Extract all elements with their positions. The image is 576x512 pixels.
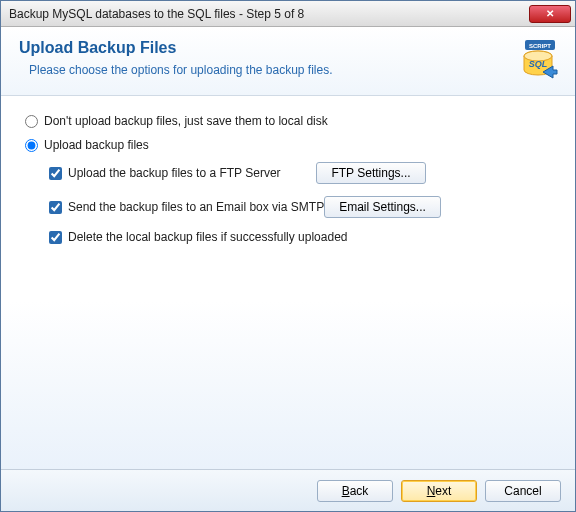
svg-text:SQL: SQL xyxy=(529,59,548,69)
radio-no-upload-input[interactable] xyxy=(25,115,38,128)
ftp-option-row: Upload the backup files to a FTP Server … xyxy=(49,162,557,184)
page-subtitle: Please choose the options for uploading … xyxy=(19,63,509,77)
window-title: Backup MySQL databases to the SQL files … xyxy=(9,7,529,21)
delete-checkbox[interactable] xyxy=(49,231,62,244)
email-settings-button[interactable]: Email Settings... xyxy=(324,196,441,218)
radio-no-upload[interactable]: Don't upload backup files, just save the… xyxy=(25,114,557,128)
delete-checkbox-label: Delete the local backup files if success… xyxy=(68,230,348,244)
ftp-checkbox-label: Upload the backup files to a FTP Server xyxy=(68,166,316,180)
email-checkbox-label: Send the backup files to an Email box vi… xyxy=(68,200,324,214)
page-title: Upload Backup Files xyxy=(19,39,509,57)
close-icon: ✕ xyxy=(546,9,554,19)
radio-no-upload-label: Don't upload backup files, just save the… xyxy=(44,114,328,128)
wizard-footer: Back Next Cancel xyxy=(1,469,575,511)
close-button[interactable]: ✕ xyxy=(529,5,571,23)
cancel-button[interactable]: Cancel xyxy=(485,480,561,502)
header-text-block: Upload Backup Files Please choose the op… xyxy=(19,39,509,77)
next-button[interactable]: Next xyxy=(401,480,477,502)
back-button[interactable]: Back xyxy=(317,480,393,502)
radio-upload-label: Upload backup files xyxy=(44,138,149,152)
ftp-checkbox[interactable] xyxy=(49,167,62,180)
svg-text:SCRIPT: SCRIPT xyxy=(529,43,551,49)
ftp-settings-button[interactable]: FTP Settings... xyxy=(316,162,426,184)
sql-script-icon: SCRIPT SQL xyxy=(517,39,559,81)
radio-upload[interactable]: Upload backup files xyxy=(25,138,557,152)
wizard-content: Don't upload backup files, just save the… xyxy=(1,96,575,469)
titlebar: Backup MySQL databases to the SQL files … xyxy=(1,1,575,27)
email-option-row: Send the backup files to an Email box vi… xyxy=(49,196,557,218)
email-checkbox[interactable] xyxy=(49,201,62,214)
radio-upload-input[interactable] xyxy=(25,139,38,152)
wizard-header: Upload Backup Files Please choose the op… xyxy=(1,27,575,96)
wizard-window: Backup MySQL databases to the SQL files … xyxy=(0,0,576,512)
delete-option-row: Delete the local backup files if success… xyxy=(49,230,557,244)
